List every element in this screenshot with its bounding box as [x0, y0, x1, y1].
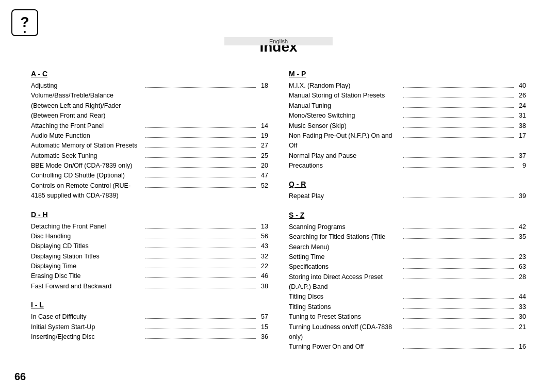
page-number: 66 — [14, 371, 26, 383]
entry-text: Mono/Stereo Switching — [289, 111, 401, 121]
section-header-d---h: D - H — [31, 210, 268, 219]
right-column: M - PM.I.X. (Random Play)40Manual Storin… — [289, 70, 526, 352]
entry-page: 31 — [516, 111, 526, 121]
entry-page: 22 — [258, 262, 268, 271]
entry-dots — [145, 268, 256, 268]
index-entry: Detaching the Front Panel13 — [31, 222, 268, 232]
entry-page: 13 — [258, 222, 268, 232]
entry-text: Adjusting Volume/Bass/Treble/Balance (Be… — [31, 81, 143, 121]
entry-dots — [145, 157, 256, 158]
entry-dots — [403, 117, 514, 118]
entry-page: 28 — [516, 272, 526, 282]
entry-page: 23 — [516, 252, 526, 262]
entry-page: 15 — [258, 322, 268, 332]
index-entry: Attaching the Front Panel14 — [31, 121, 268, 131]
entry-text: Precautions — [289, 161, 401, 171]
entry-dots — [145, 137, 256, 138]
index-entry: Inserting/Ejecting Disc36 — [31, 332, 268, 342]
index-entry: Precautions9 — [289, 161, 526, 171]
entry-page: 56 — [258, 232, 268, 241]
entry-text: M.I.X. (Random Play) — [289, 81, 401, 91]
entry-text: Music Sensor (Skip) — [289, 121, 401, 131]
entry-text: Inserting/Ejecting Disc — [31, 332, 143, 342]
section-header-i---l: I - L — [31, 301, 268, 309]
index-entry: Erasing Disc Title46 — [31, 271, 268, 281]
index-entry: Displaying Time22 — [31, 262, 268, 271]
entry-dots — [145, 248, 256, 248]
entry-dots — [145, 329, 256, 329]
entry-dots — [403, 348, 514, 349]
entry-text: Specifications — [289, 262, 401, 272]
index-entry: Searching for Titled Stations (Title Sea… — [289, 232, 526, 252]
section-header-s---z: S - Z — [289, 211, 526, 219]
entry-text: Normal Play and Pause — [289, 151, 401, 161]
index-entry: Tuning to Preset Stations30 — [289, 312, 526, 322]
index-entry: Setting Time23 — [289, 252, 526, 262]
index-entry: Automatic Seek Tuning25 — [31, 151, 268, 161]
index-entry: BBE Mode On/Off (CDA-7839 only)20 — [31, 161, 268, 171]
language-label: English — [224, 37, 333, 45]
index-entry: Non Fading Pre-Out (N.F.P.) On and Off17 — [289, 131, 526, 151]
entry-dots — [403, 238, 514, 239]
entry-dots — [403, 107, 514, 108]
index-entry: Titling Discs44 — [289, 292, 526, 302]
entry-page: 44 — [516, 292, 526, 302]
entry-text: Controlling CD Shuttle (Optional) — [31, 171, 143, 181]
entry-dots — [145, 288, 256, 288]
entry-text: Initial System Start-Up — [31, 322, 143, 332]
entry-dots — [403, 157, 514, 158]
entry-dots — [403, 268, 514, 269]
entry-page: 36 — [258, 332, 268, 342]
entry-text: Automatic Seek Tuning — [31, 151, 143, 161]
entry-page: 27 — [258, 141, 268, 151]
index-entry: Turning Loudness on/off (CDA-7838 only)2… — [289, 322, 526, 342]
entry-page: 57 — [258, 312, 268, 322]
entry-dots — [403, 167, 514, 168]
entry-dots — [403, 137, 514, 138]
entry-text: Non Fading Pre-Out (N.F.P.) On and Off — [289, 131, 401, 151]
entry-text: BBE Mode On/Off (CDA-7839 only) — [31, 161, 143, 171]
entry-text: Attaching the Front Panel — [31, 121, 143, 131]
index-entry: Adjusting Volume/Bass/Treble/Balance (Be… — [31, 81, 268, 121]
section-header-a---c: A - C — [31, 70, 268, 78]
index-entry: Turning Power On and Off16 — [289, 342, 526, 352]
entry-text: Displaying Station Titles — [31, 252, 143, 262]
index-entry: Displaying Station Titles32 — [31, 252, 268, 262]
index-entry: Initial System Start-Up15 — [31, 322, 268, 332]
entry-page: 38 — [258, 282, 268, 291]
index-entry: Disc Handling56 — [31, 232, 268, 241]
index-entry: Normal Play and Pause37 — [289, 151, 526, 161]
entry-page: 37 — [516, 151, 526, 161]
entry-dots — [145, 147, 256, 148]
entry-text: Manual Storing of Station Presets — [289, 91, 401, 101]
index-entry: Repeat Play39 — [289, 191, 526, 201]
entry-dots — [145, 228, 256, 228]
entry-text: Fast Forward and Backward — [31, 282, 143, 291]
entry-dots — [403, 279, 514, 279]
entry-text: Searching for Titled Stations (Title Sea… — [289, 232, 401, 252]
entry-dots — [145, 127, 256, 128]
entry-page: 26 — [516, 91, 526, 101]
entry-text: Scanning Programs — [289, 222, 401, 232]
entry-dots — [403, 198, 514, 198]
index-entry: Manual Tuning24 — [289, 101, 526, 111]
entry-dots — [145, 338, 256, 339]
entry-text: Tuning to Preset Stations — [289, 312, 401, 322]
index-entry: Specifications63 — [289, 262, 526, 272]
entry-dots — [145, 318, 256, 319]
index-entry: Scanning Programs42 — [289, 222, 526, 232]
entry-page: 21 — [516, 322, 526, 332]
entry-text: Detaching the Front Panel — [31, 222, 143, 232]
index-entry: Music Sensor (Skip)38 — [289, 121, 526, 131]
index-entry: M.I.X. (Random Play)40 — [289, 81, 526, 91]
entry-text: Displaying CD Titles — [31, 241, 143, 251]
index-entry: Displaying CD Titles43 — [31, 241, 268, 251]
entry-page: 39 — [516, 191, 526, 201]
index-entry: Fast Forward and Backward38 — [31, 282, 268, 291]
entry-text: Audio Mute Function — [31, 131, 143, 141]
entry-dots — [403, 318, 514, 319]
index-entry: Controlling CD Shuttle (Optional)47 — [31, 171, 268, 181]
index-entry: Titling Stations33 — [289, 302, 526, 312]
entry-page: 14 — [258, 121, 268, 131]
entry-page: 16 — [516, 342, 526, 352]
